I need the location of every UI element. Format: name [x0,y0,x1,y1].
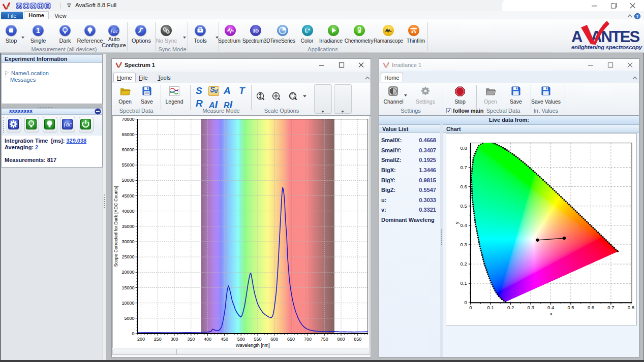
svg-text:5000: 5000 [125,316,135,321]
svg-text:0.3: 0.3 [527,305,534,310]
svg-text:0: 0 [465,300,467,305]
svg-text:400: 400 [204,337,211,342]
svg-text:y: y [454,221,459,224]
svg-text:250: 250 [154,337,162,342]
svg-text:0.5: 0.5 [461,203,467,209]
svg-text:0.1: 0.1 [461,280,467,286]
svg-text:350: 350 [187,337,195,342]
svg-text:500: 500 [237,337,245,342]
svg-text:ƒac: ƒac [63,121,72,128]
svg-text:15000: 15000 [122,285,135,290]
svg-text:25000: 25000 [122,254,135,259]
svg-text:300: 300 [170,337,178,342]
svg-text:700: 700 [304,337,312,342]
svg-text:x: x [550,311,553,316]
svg-text:35000: 35000 [122,224,135,229]
svg-text:ƒac: ƒac [110,28,118,34]
svg-text:55000: 55000 [122,162,135,168]
svg-text:750: 750 [321,337,328,342]
svg-text:0: 0 [469,305,472,310]
svg-text:60000: 60000 [122,147,135,152]
svg-text:650: 650 [287,337,295,342]
svg-text:Scope Corrected for Dark [ADC: Scope Corrected for Dark [ADC Counts] [113,186,118,267]
svg-text:0.8: 0.8 [461,145,467,151]
svg-text:0.7: 0.7 [461,164,467,170]
svg-text:10000: 10000 [122,301,135,306]
svg-text:1: 1 [36,26,40,35]
svg-text:0.5: 0.5 [567,305,574,310]
svg-text:0.2: 0.2 [461,261,467,267]
svg-text:0.6: 0.6 [461,184,467,189]
svg-text:50000: 50000 [122,178,135,183]
svg-text:0.1: 0.1 [487,305,494,310]
svg-text:0.8: 0.8 [628,305,634,310]
svg-text:?: ? [636,14,639,19]
svg-text:ƒac: ƒac [45,4,50,8]
svg-text:200: 200 [137,337,145,342]
svg-text:45000: 45000 [122,193,135,199]
svg-text:800: 800 [337,337,345,342]
svg-text:0.7: 0.7 [607,305,614,310]
svg-text:850: 850 [354,337,361,342]
svg-text:30000: 30000 [122,239,135,244]
svg-text:0.2: 0.2 [507,305,514,310]
svg-text:70000: 70000 [122,117,135,122]
svg-text:Wavelength [nm]: Wavelength [nm] [236,343,270,348]
svg-text:0: 0 [132,331,135,336]
svg-text:0.4: 0.4 [547,305,554,310]
svg-text:20000: 20000 [122,270,135,275]
svg-text:65000: 65000 [122,132,135,137]
svg-text:550: 550 [254,337,261,342]
svg-text:0.6: 0.6 [588,305,594,310]
svg-text:0.4: 0.4 [461,222,467,228]
svg-text:40000: 40000 [122,209,135,214]
svg-text:L*: L* [305,28,310,34]
svg-text:600: 600 [270,337,278,342]
svg-text:3D: 3D [253,28,259,34]
svg-text:450: 450 [221,337,228,342]
svg-text:0.3: 0.3 [461,242,467,247]
